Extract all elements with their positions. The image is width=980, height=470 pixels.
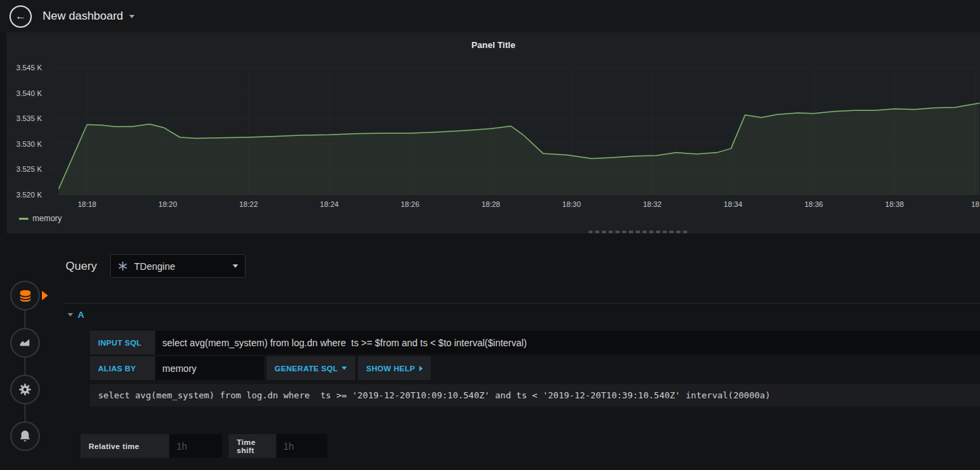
tab-alert[interactable] (10, 421, 40, 451)
svg-text:18:24: 18:24 (320, 200, 339, 208)
caret-down-icon (129, 15, 135, 18)
back-arrow-icon: ← (16, 11, 26, 22)
graph-panel: Panel Title 3.545 K3.540 K3.535 K3.530 K… (7, 32, 980, 233)
relative-time-field[interactable] (170, 434, 222, 458)
input-sql-field[interactable] (156, 331, 980, 354)
svg-text:18:26: 18:26 (401, 200, 420, 208)
bell-icon (18, 429, 32, 444)
svg-text:3.540 K: 3.540 K (16, 89, 43, 97)
svg-text:18:34: 18:34 (724, 200, 743, 208)
panel-title[interactable]: Panel Title (7, 40, 980, 50)
show-help-label: SHOW HELP (366, 365, 415, 373)
active-tab-pointer-icon (42, 291, 48, 300)
memory-line-chart[interactable]: 3.545 K3.540 K3.535 K3.530 K3.525 K3.520… (7, 60, 980, 216)
time-shift-field[interactable] (277, 434, 327, 458)
relative-time-label: Relative time (80, 434, 169, 458)
alias-by-row: ALIAS BY GENERATE SQL SHOW HELP (90, 356, 980, 380)
chart-legend: memory (19, 214, 62, 223)
dashboard-title-menu[interactable]: New dashboard (43, 9, 135, 23)
svg-text:18:20: 18:20 (158, 200, 177, 208)
tab-queries[interactable] (10, 281, 40, 310)
svg-text:3.525 K: 3.525 K (16, 165, 43, 173)
tdengine-logo-icon (118, 261, 128, 271)
query-row-block: A INPUT SQL ALIAS BY GENERATE SQL SHOW H… (63, 303, 980, 406)
alias-by-label: ALIAS BY (90, 356, 155, 380)
svg-text:18: 18 (971, 200, 979, 208)
svg-text:18:36: 18:36 (804, 200, 823, 208)
collapse-caret-icon (68, 313, 73, 316)
query-row-toggle[interactable]: A (63, 309, 980, 320)
query-form-rows: INPUT SQL ALIAS BY GENERATE SQL SHOW HEL… (90, 331, 980, 406)
tab-general[interactable] (10, 375, 40, 404)
legend-series-label[interactable]: memory (32, 214, 62, 223)
input-sql-row: INPUT SQL (90, 331, 980, 354)
svg-text:3.530 K: 3.530 K (16, 140, 43, 148)
svg-text:18:32: 18:32 (643, 200, 662, 208)
input-sql-label: INPUT SQL (90, 331, 155, 354)
svg-text:18:18: 18:18 (78, 200, 97, 208)
gear-icon (18, 382, 32, 397)
tab-visualization[interactable] (10, 328, 40, 358)
datasource-name: TDengine (134, 261, 175, 272)
svg-text:3.545 K: 3.545 K (16, 64, 43, 72)
svg-text:18:38: 18:38 (885, 200, 904, 208)
time-options-row: Relative time Time shift (80, 434, 327, 458)
generate-sql-button[interactable]: GENERATE SQL (266, 356, 355, 380)
alias-by-field[interactable] (156, 356, 264, 380)
svg-text:3.520 K: 3.520 K (16, 191, 43, 199)
svg-text:18:22: 18:22 (239, 200, 258, 208)
chart-icon (18, 335, 32, 350)
panel-editor: Query TDengine A INPUT SQL (0, 233, 980, 470)
query-section-title: Query (66, 260, 97, 273)
time-shift-label: Time shift (229, 434, 276, 458)
tab-connector-line (24, 296, 26, 436)
show-help-button[interactable]: SHOW HELP (358, 356, 430, 380)
database-icon (18, 288, 33, 304)
caret-down-icon (233, 264, 238, 268)
svg-text:18:30: 18:30 (562, 200, 581, 208)
dashboard-title: New dashboard (43, 9, 123, 23)
svg-text:3.535 K: 3.535 K (16, 114, 43, 122)
query-header: Query TDengine (66, 254, 246, 278)
query-ref-id: A (78, 310, 84, 320)
legend-series-color-icon[interactable] (19, 218, 28, 220)
back-button[interactable]: ← (9, 5, 32, 28)
generated-sql-preview: select avg(mem_system) from log.dn where… (90, 384, 980, 406)
datasource-picker[interactable]: TDengine (110, 254, 246, 278)
caret-right-icon (419, 366, 423, 371)
generate-sql-label: GENERATE SQL (275, 365, 337, 373)
top-navbar: ← New dashboard (0, 0, 980, 32)
caret-down-icon (342, 367, 347, 370)
svg-text:18:28: 18:28 (482, 200, 500, 208)
